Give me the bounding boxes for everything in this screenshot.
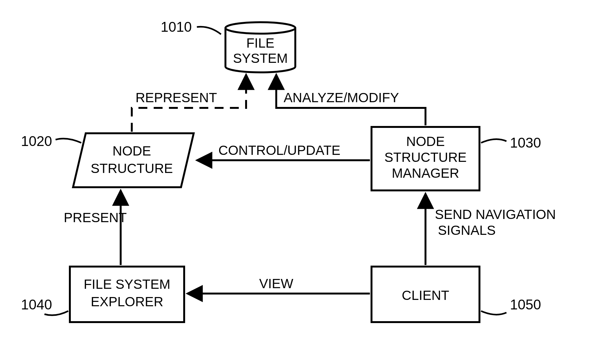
ref-leader-1010 [197,27,221,34]
ref-leader-1050 [481,311,506,314]
node-structure-label-1: NODE [112,143,151,158]
edge-send-navigation-label-2: SIGNALS [438,223,496,238]
edge-analyze-modify-label: ANALYZE/MODIFY [284,90,399,105]
ref-1010: 1010 [161,19,192,35]
ref-leader-1030 [481,139,506,143]
file-system-label-2: SYSTEM [233,51,288,66]
client-label-1: CLIENT [402,288,449,303]
file-system-node: FILE SYSTEM [225,22,295,72]
diagram-canvas: FILE SYSTEM 1010 NODE STRUCTURE 1020 NOD… [0,0,596,364]
fse-label-2: EXPLORER [91,294,164,309]
ref-leader-1020 [56,139,81,143]
client-node: CLIENT [372,267,479,322]
ref-1020: 1020 [21,133,52,149]
nsm-label-1: NODE [406,134,445,149]
ref-1050: 1050 [510,297,541,312]
edge-present-label: PRESENT [64,210,127,225]
node-structure-node: NODE STRUCTURE [73,133,194,187]
edge-control-update-label: CONTROL/UPDATE [218,143,340,158]
nsm-label-3: MANAGER [392,166,459,181]
edge-send-navigation-label-1: SEND NAVIGATION [435,207,556,222]
node-structure-label-2: STRUCTURE [91,161,173,176]
svg-point-0 [225,22,295,34]
ref-1040: 1040 [21,297,52,312]
file-system-label-1: FILE [246,36,275,50]
ref-1030: 1030 [510,135,541,150]
node-structure-manager-node: NODE STRUCTURE MANAGER [372,127,479,190]
fse-label-1: FILE SYSTEM [84,277,170,292]
edge-view-label: VIEW [259,276,293,291]
nsm-label-2: STRUCTURE [385,150,467,165]
edge-represent-label: REPRESENT [136,90,217,105]
file-system-explorer-node: FILE SYSTEM EXPLORER [70,267,184,322]
